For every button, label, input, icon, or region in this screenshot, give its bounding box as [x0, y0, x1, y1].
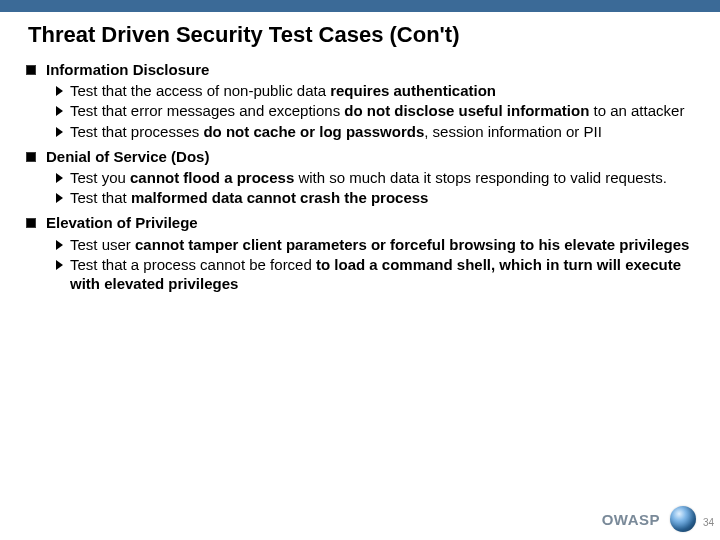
item-pre: Test that the access of non-public data — [70, 82, 330, 99]
item-pre: Test that a process cannot be forced — [70, 256, 316, 273]
item-pre: Test that processes — [70, 123, 203, 140]
item-bold: cannot flood a process — [130, 169, 294, 186]
list-item: Test that malformed data cannot crash th… — [70, 188, 694, 207]
item-bold: requires authentication — [330, 82, 496, 99]
item-pre: Test that error messages and exceptions — [70, 102, 344, 119]
item-bold: malformed data cannot crash the process — [131, 189, 429, 206]
slide-content: Information Disclosure Test that the acc… — [0, 52, 720, 293]
item-pre: Test user — [70, 236, 135, 253]
item-bold: do not cache or log passwords — [203, 123, 424, 140]
triangle-bullet-icon — [56, 260, 63, 270]
square-bullet-icon — [26, 218, 36, 228]
triangle-bullet-icon — [56, 86, 63, 96]
item-bold: cannot tamper client parameters or force… — [135, 236, 689, 253]
list-item: Test that error messages and exceptions … — [70, 101, 694, 120]
item-pre: Test that — [70, 189, 131, 206]
page-number: 34 — [696, 517, 714, 528]
top-bar — [0, 0, 720, 12]
list-item: Test you cannot flood a process with so … — [70, 168, 694, 187]
list-item: Test that processes do not cache or log … — [70, 122, 694, 141]
triangle-bullet-icon — [56, 240, 63, 250]
footer: OWASP — [602, 506, 696, 532]
triangle-bullet-icon — [56, 127, 63, 137]
square-bullet-icon — [26, 152, 36, 162]
list-item: Test that the access of non-public data … — [70, 81, 694, 100]
section-heading-text: Information Disclosure — [46, 61, 209, 78]
section-heading: Information Disclosure — [46, 60, 694, 79]
list-item: Test user cannot tamper client parameter… — [70, 235, 694, 254]
triangle-bullet-icon — [56, 106, 63, 116]
item-post: with so much data it stops responding to… — [294, 169, 667, 186]
item-pre: Test you — [70, 169, 130, 186]
item-post: , session information or PII — [424, 123, 602, 140]
section-heading-text: Elevation of Privilege — [46, 214, 198, 231]
globe-icon — [670, 506, 696, 532]
list-item: Test that a process cannot be forced to … — [70, 255, 694, 293]
item-bold: do not disclose useful information — [344, 102, 589, 119]
item-post: to an attacker — [589, 102, 684, 119]
triangle-bullet-icon — [56, 173, 63, 183]
section-heading: Denial of Service (Dos) — [46, 147, 694, 166]
slide-title: Threat Driven Security Test Cases (Con't… — [0, 12, 720, 52]
org-label: OWASP — [602, 511, 660, 528]
triangle-bullet-icon — [56, 193, 63, 203]
square-bullet-icon — [26, 65, 36, 75]
section-heading: Elevation of Privilege — [46, 213, 694, 232]
section-heading-text: Denial of Service (Dos) — [46, 148, 209, 165]
